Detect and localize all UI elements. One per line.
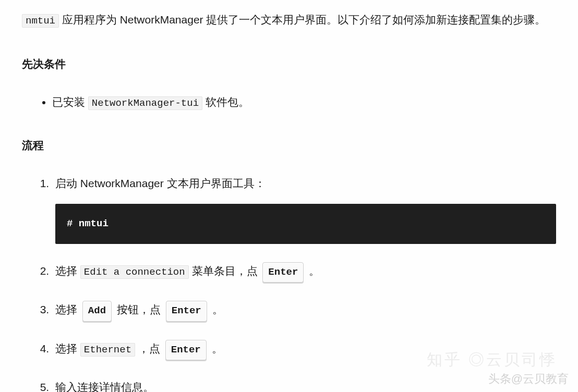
prereq-prefix: 已安装: [52, 96, 88, 108]
prerequisites-list: 已安装 NetworkManager-tui 软件包。: [22, 93, 556, 112]
step-3-t3: 。: [209, 303, 223, 315]
step-2-t2: 菜单条目，点: [189, 265, 261, 277]
step-2-t3: 。: [306, 265, 320, 277]
watermark-bottom: 头条@云贝教育: [488, 369, 569, 389]
process-heading: 流程: [22, 136, 556, 155]
prerequisites-heading: 先决条件: [22, 55, 556, 74]
step-5-text: 输入连接详情信息。: [55, 381, 154, 392]
step-3: 选择 Add 按钮，点 Enter 。: [52, 300, 556, 321]
step-5: 输入连接详情信息。: [52, 378, 556, 392]
step-4-t2: ，点: [135, 342, 163, 354]
inline-code-pkg: NetworkManager-tui: [88, 96, 202, 110]
intro-paragraph: nmtui 应用程序为 NetworkManager 提供了一个文本用户界面。以…: [22, 10, 556, 30]
inline-code-nmtui: nmtui: [22, 14, 59, 28]
step-4-t1: 选择: [55, 342, 80, 354]
inline-code-ethernet: Ethernet: [80, 343, 135, 357]
step-1-text: 启动 NetworkManager 文本用户界面工具：: [55, 177, 266, 189]
step-1: 启动 NetworkManager 文本用户界面工具： # nmtui: [52, 174, 556, 244]
step-4-t3: 。: [209, 342, 223, 354]
list-item: 已安装 NetworkManager-tui 软件包。: [52, 93, 556, 112]
inline-code-edit-connection: Edit a connection: [80, 265, 189, 279]
step-2: 选择 Edit a connection 菜单条目，点 Enter 。: [52, 262, 556, 283]
prereq-suffix: 软件包。: [202, 96, 249, 108]
step-3-t2: 按钮，点: [114, 303, 164, 315]
keycap-enter: Enter: [165, 340, 207, 360]
code-block-nmtui: # nmtui: [55, 204, 556, 244]
keycap-enter: Enter: [262, 262, 304, 283]
intro-text: 应用程序为 NetworkManager 提供了一个文本用户界面。以下介绍了如何…: [59, 14, 546, 26]
keycap-enter: Enter: [166, 301, 207, 321]
step-3-t1: 选择: [55, 303, 80, 315]
keycap-add: Add: [82, 301, 112, 321]
step-2-t1: 选择: [55, 265, 80, 277]
